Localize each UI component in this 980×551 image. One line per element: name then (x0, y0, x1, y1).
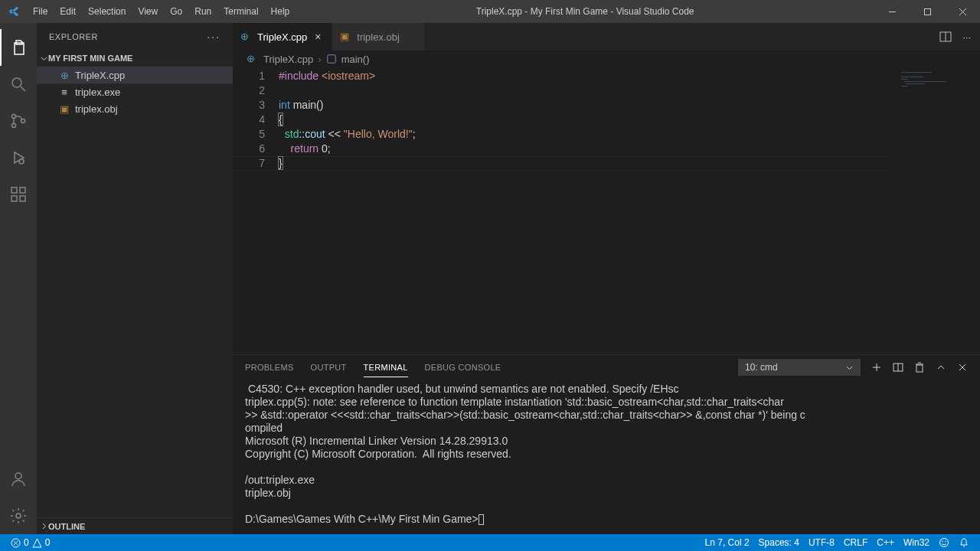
menu-terminal[interactable]: Terminal (217, 0, 264, 23)
menu-view[interactable]: View (132, 0, 164, 23)
svg-point-34 (942, 541, 942, 542)
menu-run[interactable]: Run (188, 0, 217, 23)
svg-rect-1 (924, 8, 930, 15)
menu-selection[interactable]: Selection (82, 0, 132, 23)
editor-actions: ··· (939, 23, 980, 51)
file-item-obj[interactable]: ▣ triplex.obj (37, 100, 233, 117)
breadcrumb[interactable]: ⊕ TripleX.cpp › main() (233, 51, 980, 67)
file-label: triplex.exe (75, 86, 120, 98)
workspace-header[interactable]: MY FIRST MIN GAME (37, 50, 233, 67)
close-tab-icon[interactable]: × (312, 31, 324, 43)
main-area: EXPLORER ··· MY FIRST MIN GAME ⊕ TripleX… (0, 23, 980, 534)
obj-file-icon: ▣ (340, 31, 352, 43)
panel-tab-output[interactable]: OUTPUT (311, 358, 347, 377)
terminal-selector-label: 10: cmd (745, 362, 778, 373)
panel: PROBLEMS OUTPUT TERMINAL DEBUG CONSOLE 1… (233, 354, 980, 534)
source-control-icon[interactable] (0, 103, 37, 139)
terminal-body[interactable]: C4530: C++ exception handler used, but u… (233, 380, 980, 534)
status-bar: 0 0 Ln 7, Col 2 Spaces: 4 UTF-8 CRLF C++… (0, 534, 980, 551)
svg-point-9 (21, 119, 25, 123)
kill-terminal-icon[interactable] (914, 362, 925, 373)
svg-point-5 (12, 78, 21, 87)
panel-tab-debug[interactable]: DEBUG CONSOLE (425, 358, 501, 377)
svg-point-17 (16, 514, 21, 518)
status-target[interactable]: Win32 (899, 534, 934, 551)
file-label: triplex.obj (75, 103, 118, 115)
panel-tab-terminal[interactable]: TERMINAL (364, 358, 408, 377)
chevron-right-icon: › (318, 54, 321, 65)
titlebar: File Edit Selection View Go Run Terminal… (0, 0, 980, 23)
outline-header[interactable]: OUTLINE (37, 517, 233, 534)
menu-go[interactable]: Go (164, 0, 188, 23)
warning-icon (32, 538, 42, 548)
settings-gear-icon[interactable] (0, 497, 37, 534)
status-encoding[interactable]: UTF-8 (804, 534, 839, 551)
menu-file[interactable]: File (27, 0, 54, 23)
close-window-button[interactable] (945, 0, 980, 23)
menu-help[interactable]: Help (265, 0, 296, 23)
obj-file-icon: ▣ (58, 103, 70, 115)
activity-bar (0, 23, 37, 534)
svg-rect-25 (916, 365, 923, 372)
exe-file-icon: ≡ (58, 86, 70, 98)
function-icon (326, 54, 337, 64)
svg-point-33 (940, 539, 949, 547)
code-content[interactable]: #include <iostream> int main(){ std::cou… (279, 67, 896, 354)
error-icon (11, 538, 21, 548)
svg-line-6 (21, 86, 25, 91)
extensions-icon[interactable] (0, 176, 37, 213)
svg-rect-20 (327, 55, 335, 64)
tab-triplex-cpp[interactable]: ⊕ TripleX.cpp × (233, 23, 332, 51)
status-cursor-pos[interactable]: Ln 7, Col 2 (701, 534, 754, 551)
svg-point-16 (15, 473, 21, 479)
explorer-header: EXPLORER ··· (37, 23, 233, 50)
svg-point-11 (19, 159, 24, 164)
status-indent[interactable]: Spaces: 4 (754, 534, 804, 551)
status-bell-icon[interactable] (954, 534, 974, 551)
svg-rect-15 (20, 187, 25, 193)
run-debug-icon[interactable] (0, 139, 37, 176)
status-errors[interactable]: 0 0 (6, 534, 54, 551)
editor-area: ⊕ TripleX.cpp × ▣ triplex.obj × ··· ⊕ Tr… (233, 23, 980, 534)
search-icon[interactable] (0, 66, 37, 103)
svg-point-8 (12, 124, 16, 128)
status-language[interactable]: C++ (872, 534, 899, 551)
workspace-name: MY FIRST MIN GAME (48, 54, 132, 63)
file-item-cpp[interactable]: ⊕ TripleX.cpp (37, 67, 233, 83)
maximize-button[interactable] (910, 0, 945, 23)
terminal-selector[interactable]: 10: cmd (738, 359, 861, 376)
file-tree: ⊕ TripleX.cpp ≡ triplex.exe ▣ triplex.ob… (37, 67, 233, 517)
minimize-button[interactable] (874, 0, 910, 23)
tab-label: triplex.obj (357, 31, 400, 43)
sidebar: EXPLORER ··· MY FIRST MIN GAME ⊕ TripleX… (37, 23, 233, 534)
tab-triplex-obj[interactable]: ▣ triplex.obj × (332, 23, 425, 51)
split-terminal-icon[interactable] (893, 362, 903, 373)
panel-tabs: PROBLEMS OUTPUT TERMINAL DEBUG CONSOLE 1… (233, 355, 980, 380)
explorer-more-icon[interactable]: ··· (207, 31, 220, 43)
chevron-right-icon (40, 522, 48, 530)
split-editor-icon[interactable] (939, 31, 952, 43)
maximize-panel-icon[interactable] (936, 362, 946, 373)
new-terminal-icon[interactable] (871, 362, 882, 373)
line-gutter: 1234567 (233, 67, 279, 354)
code-editor[interactable]: 1234567 #include <iostream> int main(){ … (233, 67, 980, 354)
panel-tab-problems[interactable]: PROBLEMS (245, 358, 294, 377)
status-eol[interactable]: CRLF (839, 534, 872, 551)
menu-edit[interactable]: Edit (54, 0, 82, 23)
explorer-title: EXPLORER (49, 32, 98, 41)
minimap[interactable] (896, 67, 980, 354)
outline-label: OUTLINE (48, 522, 85, 531)
explorer-icon[interactable] (0, 29, 37, 66)
file-item-exe[interactable]: ≡ triplex.exe (37, 83, 233, 100)
window-controls (874, 0, 980, 23)
editor-more-icon[interactable]: ··· (962, 31, 971, 43)
svg-rect-12 (11, 187, 17, 193)
svg-rect-14 (20, 196, 25, 201)
cpp-file-icon: ⊕ (247, 53, 259, 65)
terminal-output: C4530: C++ exception handler used, but u… (245, 383, 805, 525)
accounts-icon[interactable] (0, 461, 37, 497)
close-panel-icon[interactable] (957, 362, 968, 373)
svg-point-7 (12, 115, 16, 119)
status-feedback-icon[interactable] (934, 534, 954, 551)
vscode-logo-icon (0, 5, 27, 18)
